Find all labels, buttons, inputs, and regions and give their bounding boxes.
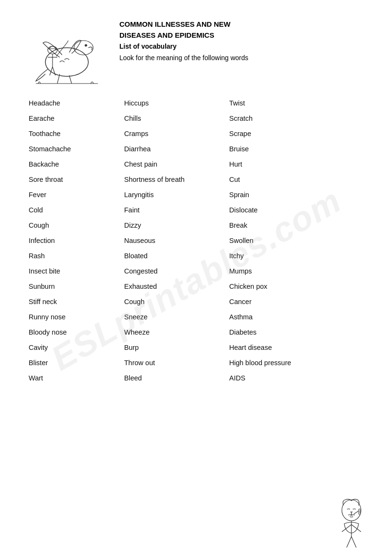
vocab-col1-item: Sore throat [29,172,124,187]
vocab-col2-item: Chest pain [124,157,229,172]
vocab-col3-item: Cut [229,172,334,187]
vocab-col3-item: Sprain [229,187,334,202]
vocab-col2-item: Cough [124,294,229,309]
vocab-col3-item: Cancer [229,294,334,309]
vocab-col3-item: Twist [229,95,334,111]
svg-point-2 [85,44,87,46]
svg-point-3 [48,46,57,54]
vocab-col3-item: Asthma [229,309,334,325]
vocab-col2-item: Faint [124,202,229,218]
svg-point-5 [350,516,353,517]
vocab-col2-item: Burp [124,340,229,355]
title-line1: COMMON ILLNESSES AND NEW [119,19,248,30]
vocab-col2-item: Dizzy [124,218,229,233]
vocab-col2-item: Throw out [124,355,229,370]
page: ESLprintables.com [0,0,392,558]
title-line2: DISEASES AND EPIDEMICS [119,30,248,41]
vocab-col1-item: Fever [29,187,124,202]
vocab-col1-item: Backache [29,157,124,172]
vocab-col2-item: Shortness of breath [124,172,229,187]
vocab-col2-item: Cramps [124,126,229,141]
vocab-col3-item: Dislocate [229,202,334,218]
vocab-col3-item: Scratch [229,111,334,126]
vocab-col3-item: Hurt [229,157,334,172]
vocab-col3-item: Itchy [229,248,334,263]
vocab-col2-item: Exhausted [124,279,229,294]
vocab-col2-item: Congested [124,263,229,279]
vocab-col1-item: Bloody nose [29,325,124,340]
vocab-col3-item: Mumps [229,263,334,279]
sick-illustration [325,496,378,548]
dragon-illustration [29,14,105,86]
vocab-col3-item: Break [229,218,334,233]
vocab-col3-item: Diabetes [229,325,334,340]
vocab-col2-item: Chills [124,111,229,126]
vocab-col1-item: Rash [29,248,124,263]
vocab-col1-item: Cold [29,202,124,218]
vocab-col3-item: Scrape [229,126,334,141]
vocab-col2-item: Hiccups [124,95,229,111]
instruction: Look for the meaning of the following wo… [119,54,248,62]
vocab-col2-item: Laryngitis [124,187,229,202]
svg-rect-6 [359,509,360,515]
vocab-col2-item: Nauseous [124,233,229,248]
vocab-col1-item: Insect bite [29,263,124,279]
vocab-col2-item: Diarrhea [124,141,229,157]
header-section: COMMON ILLNESSES AND NEW DISEASES AND EP… [29,14,368,86]
vocab-col3-item: High blood pressure [229,355,334,370]
vocab-col1-item: Wart [29,370,124,386]
vocab-col3-item: AIDS [229,370,334,386]
vocab-col3-item: Swollen [229,233,334,248]
vocab-col3-item: Chicken pox [229,279,334,294]
vocabulary-grid: HeadacheHiccupsTwistEaracheChillsScratch… [29,95,368,386]
vocab-col1-item: Blister [29,355,124,370]
vocab-col1-item: Toothache [29,126,124,141]
vocab-col2-item: Bloated [124,248,229,263]
vocab-col1-item: Earache [29,111,124,126]
vocab-col1-item: Stomachache [29,141,124,157]
subtitle: List of vocabulary [119,42,248,50]
vocab-col1-item: Cough [29,218,124,233]
vocab-col2-item: Wheeze [124,325,229,340]
vocab-col2-item: Bleed [124,370,229,386]
vocab-col1-item: Stiff neck [29,294,124,309]
header-text: COMMON ILLNESSES AND NEW DISEASES AND EP… [119,14,248,62]
vocab-col2-item: Sneeze [124,309,229,325]
vocab-col1-item: Headache [29,95,124,111]
vocab-col1-item: Infection [29,233,124,248]
svg-point-0 [45,48,88,76]
vocab-col3-item: Heart disease [229,340,334,355]
vocab-col1-item: Runny nose [29,309,124,325]
vocab-col3-item: Bruise [229,141,334,157]
vocab-col1-item: Sunburn [29,279,124,294]
vocab-col1-item: Cavity [29,340,124,355]
